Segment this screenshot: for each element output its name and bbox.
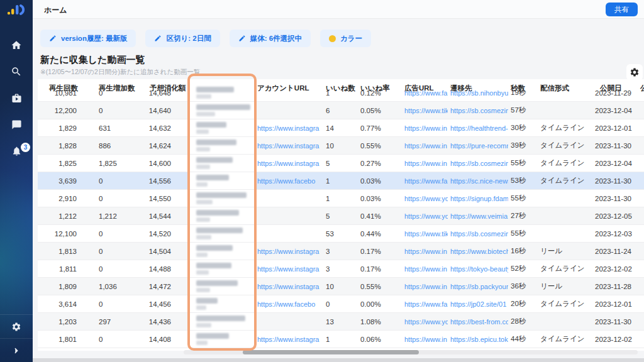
blurred-account-name bbox=[196, 315, 245, 321]
video-table: 再生回数再生増加数予想消化額アカウント名アカウントURLいいね数いいね率広告UR… bbox=[38, 79, 644, 351]
blurred-account-name bbox=[196, 228, 243, 233]
ad-url-link[interactable]: https://www.tik bbox=[404, 230, 448, 238]
ad-url-link[interactable]: https://www.in bbox=[404, 283, 447, 290]
cell-likes: 5 bbox=[323, 160, 357, 167]
table-row-8[interactable]: 12,100014,520530.44%https://www.tikhttps… bbox=[38, 225, 644, 243]
ad-url-link[interactable]: https://www.in bbox=[404, 336, 447, 343]
cell-published: 2023-11-24 bbox=[592, 248, 635, 255]
filter-chip-label: カラー bbox=[340, 34, 362, 43]
blurred-account-subtext bbox=[196, 270, 209, 275]
table-row-3[interactable]: 1,82888614,624https://www.instagra100.55… bbox=[38, 137, 644, 155]
cell-likes: 53 bbox=[323, 230, 357, 238]
destination-link[interactable]: https://www.veimia. bbox=[450, 212, 508, 220]
cell-like-rate: 0.17% bbox=[357, 265, 402, 273]
destination-link[interactable]: https://pure-recomn bbox=[450, 142, 508, 150]
chat-icon[interactable] bbox=[5, 117, 28, 132]
share-button[interactable]: 共有 bbox=[606, 3, 638, 16]
table-row-10[interactable]: 1,811014,488https://www.instagra30.17%ht… bbox=[38, 260, 644, 278]
table-row-2[interactable]: 1,82963114,632https://www.instagra140.77… bbox=[38, 119, 644, 137]
account-url-link[interactable]: https://www.instagra bbox=[257, 265, 319, 273]
ad-url-link[interactable]: https://www.fa bbox=[404, 89, 447, 97]
cell-plays: 12,200 bbox=[38, 107, 91, 114]
destination-link[interactable]: https://healthtrend-r bbox=[450, 124, 508, 132]
ad-url-link[interactable]: https://www.tik bbox=[404, 107, 448, 114]
table-row-13[interactable]: 1,20329714,436131.08%https://www.ychttps… bbox=[38, 313, 644, 331]
cell-account-url: https://www.instagra bbox=[255, 142, 323, 150]
logo-icon bbox=[6, 3, 26, 16]
destination-link[interactable]: https://sb.nihonbyu bbox=[450, 89, 508, 97]
ad-url-link[interactable]: https://www.fa bbox=[404, 177, 447, 185]
filter-chip-3[interactable]: カラー bbox=[320, 30, 371, 47]
table-row-6[interactable]: 2,910014,55010.03%https://www.ychttps://… bbox=[38, 190, 644, 207]
account-url-link[interactable]: https://www.instagra bbox=[257, 142, 319, 150]
filter-chip-0[interactable]: version履歴: 最新版 bbox=[40, 30, 136, 47]
account-url-link[interactable]: https://www.instagra bbox=[257, 283, 319, 290]
table-row-5[interactable]: 3,639014,556https://www.facebo10.03%http… bbox=[38, 172, 644, 190]
filter-chip-2[interactable]: 媒体: 6件選択中 bbox=[230, 30, 311, 47]
destination-link[interactable]: https://sb.cosmezin bbox=[450, 160, 508, 167]
page-horizontal-scrollbar[interactable] bbox=[33, 358, 644, 362]
blurred-account-subtext bbox=[196, 305, 206, 310]
cell-format: タイムライン bbox=[535, 158, 592, 168]
table-settings-gear-icon[interactable] bbox=[626, 64, 643, 80]
account-url-link[interactable]: https://www.facebo bbox=[257, 177, 315, 185]
filter-chip-1[interactable]: 区切り: 2日間 bbox=[145, 30, 219, 47]
table-row-1[interactable]: 12,200014,64060.05%https://www.tikhttps:… bbox=[38, 102, 644, 119]
table-row-11[interactable]: 1,8091,03614,472https://www.instagra100.… bbox=[38, 278, 644, 295]
destination-link[interactable]: https://sc.nice-news bbox=[450, 177, 508, 185]
home-icon[interactable] bbox=[5, 38, 28, 53]
destination-link[interactable]: https://signup.fdam bbox=[450, 195, 508, 202]
app-logo[interactable] bbox=[0, 0, 33, 19]
ad-url-link[interactable]: https://www.yc bbox=[404, 318, 448, 326]
ad-url-link[interactable]: https://www.in bbox=[404, 160, 447, 167]
cell-budget: 14,520 bbox=[138, 230, 189, 238]
cell-plays: 1,825 bbox=[38, 160, 91, 167]
search-icon[interactable] bbox=[5, 64, 28, 79]
table-row-9[interactable]: 1,813014,504https://www.instagra30.17%ht… bbox=[38, 243, 644, 260]
destination-link[interactable]: https://sb.cosmezin bbox=[450, 230, 508, 238]
destination-link[interactable]: https://sb.packyour bbox=[450, 283, 508, 290]
collapse-sidebar-icon[interactable] bbox=[0, 338, 33, 362]
cell-likes: 6 bbox=[323, 107, 357, 114]
destination-link[interactable]: https://best-from.co bbox=[450, 318, 508, 326]
table-row-4[interactable]: 1,8251,82514,600https://www.instagra50.2… bbox=[38, 155, 644, 172]
cell-like-rate: 0.41% bbox=[357, 212, 402, 220]
account-url-link[interactable]: https://www.instagra bbox=[257, 160, 319, 167]
table-scrollbar-thumb[interactable] bbox=[243, 350, 419, 354]
video-library-icon[interactable] bbox=[5, 90, 28, 106]
cell-budget: 14,488 bbox=[138, 265, 189, 273]
ad-url-link[interactable]: https://www.yc bbox=[404, 212, 448, 220]
destination-link[interactable]: https://jp02.site/01 bbox=[450, 300, 506, 308]
notifications-icon[interactable]: 3 bbox=[5, 143, 28, 158]
blurred-account-name bbox=[196, 104, 250, 110]
cell-likes: 10 bbox=[323, 142, 357, 150]
table-row-12[interactable]: 3,614014,456https://www.facebo00.00%http… bbox=[38, 295, 644, 313]
account-url-link[interactable]: https://www.facebo bbox=[257, 300, 315, 308]
blurred-account-subtext bbox=[196, 147, 210, 151]
cell-published: 2023-11-30 bbox=[592, 142, 635, 150]
table-row-14[interactable]: 1,801014,408https://www.instagra10.06%ht… bbox=[38, 331, 644, 348]
ad-url-link[interactable]: https://www.in bbox=[404, 142, 447, 150]
table-row-7[interactable]: 1,2121,21214,54450.41%https://www.ychttp… bbox=[38, 207, 644, 225]
cell-ad-url: https://www.fa bbox=[402, 89, 448, 97]
destination-link[interactable]: https://tokyo-beauty bbox=[450, 265, 508, 273]
cell-published: 2023-12-01 bbox=[592, 300, 635, 308]
cell-budget: 14,632 bbox=[138, 124, 189, 132]
account-url-link[interactable]: https://www.instagra bbox=[257, 248, 319, 255]
ad-url-link[interactable]: https://www.in bbox=[404, 124, 447, 132]
destination-link[interactable]: https://www.biotech bbox=[450, 248, 508, 255]
cell-delta: 0 bbox=[91, 265, 138, 273]
cell-likes: 1 bbox=[323, 177, 357, 185]
account-url-link[interactable]: https://www.instagra bbox=[257, 336, 319, 343]
app-window: 3 ホーム 共有 version履歴: 最新版区切り: 2日間媒体: 6件選択中… bbox=[0, 0, 644, 362]
cell-delta: 0 bbox=[91, 195, 138, 202]
ad-url-link[interactable]: https://www.yc bbox=[404, 195, 448, 202]
account-url-link[interactable]: https://www.instagra bbox=[257, 124, 319, 132]
destination-link[interactable]: https://sb.epicu.tok bbox=[450, 336, 508, 343]
ad-url-link[interactable]: https://www.fa bbox=[404, 300, 447, 308]
destination-link[interactable]: https://sb.cosmezin bbox=[450, 107, 508, 114]
settings-icon[interactable] bbox=[0, 314, 33, 338]
ad-url-link[interactable]: https://www.in bbox=[404, 248, 447, 255]
cell-format: タイムライン bbox=[535, 299, 592, 309]
ad-url-link[interactable]: https://www.in bbox=[404, 265, 447, 273]
